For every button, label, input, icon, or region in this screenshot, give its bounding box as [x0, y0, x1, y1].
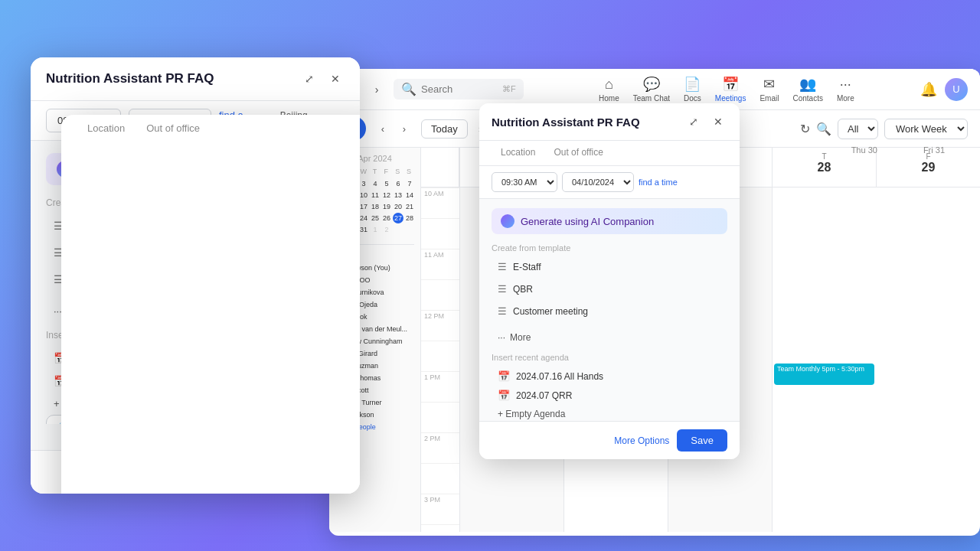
- mini-day-12[interactable]: 12: [381, 190, 392, 201]
- search-input[interactable]: [421, 83, 498, 95]
- nav-contacts[interactable]: 👥 Contacts: [792, 76, 822, 103]
- mini-day-6[interactable]: 6: [393, 178, 403, 189]
- front-close-button[interactable]: ✕: [326, 70, 345, 88]
- thu-30-header: Thu 30: [828, 145, 900, 155]
- mini-day-f: F: [381, 168, 391, 175]
- bg-template-more[interactable]: ··· More: [492, 328, 727, 347]
- bg-agenda-qrr[interactable]: 📅 2024.07 QRR: [492, 386, 727, 405]
- docs-icon: 📄: [684, 76, 701, 93]
- team-chat-icon: 💬: [643, 76, 660, 93]
- bg-time-row: 09:30 AM 04/10/2024 find a time: [479, 166, 740, 199]
- search-bar[interactable]: 🔍 ⌘F: [394, 79, 524, 99]
- mini-day-21[interactable]: 21: [404, 201, 415, 212]
- bg-qrr-icon: 📅: [498, 390, 510, 401]
- fri-31-header: Fri 31: [900, 145, 968, 155]
- mini-day-31[interactable]: 31: [358, 224, 369, 235]
- today-button[interactable]: Today: [421, 119, 468, 139]
- view-controls: ↻ 🔍 All Work Week: [800, 119, 968, 139]
- front-tab-oof[interactable]: Out of office: [136, 115, 211, 494]
- nav-email-label: Email: [760, 94, 779, 103]
- bg-customer-icon: ☰: [498, 305, 507, 317]
- front-modal-actions: ⤢ ✕: [300, 70, 345, 88]
- month-nav: ‹ ›: [374, 119, 413, 138]
- mini-day-n1[interactable]: 1: [370, 224, 381, 235]
- nav-home[interactable]: ⌂ Home: [599, 77, 619, 103]
- bg-save-button[interactable]: Save: [677, 429, 727, 452]
- mini-day-13[interactable]: 13: [393, 190, 403, 201]
- home-icon: ⌂: [605, 77, 613, 93]
- mini-day-20[interactable]: 20: [393, 201, 403, 212]
- prev-month-btn[interactable]: ‹: [374, 119, 392, 138]
- time-labels-col: 10 AM 11 AM 12 PM 1 PM 2 PM 3 PM 4 PM 5 …: [421, 187, 459, 532]
- forward-btn[interactable]: ›: [366, 79, 387, 100]
- mini-day-n2[interactable]: 2: [381, 224, 392, 235]
- mini-day-14[interactable]: 14: [404, 190, 415, 201]
- bg-tab-location[interactable]: Location: [492, 141, 544, 165]
- bg-more-options-button[interactable]: More Options: [614, 435, 669, 446]
- meetings-icon: 📅: [722, 76, 739, 93]
- search-icon: 🔍: [401, 82, 416, 96]
- nav-team-chat-label: Team Chat: [633, 94, 670, 103]
- bg-tab-oof[interactable]: Out of office: [544, 141, 612, 165]
- bg-time-select[interactable]: 09:30 AM: [492, 172, 557, 192]
- mini-day-19[interactable]: 19: [381, 201, 392, 212]
- bg-template-section-label: Create from template: [492, 243, 727, 253]
- bg-find-time-link[interactable]: find a time: [639, 178, 678, 187]
- mini-day-28[interactable]: 28: [404, 213, 415, 223]
- mini-day-10[interactable]: 10: [358, 190, 369, 201]
- nav-team-chat[interactable]: 💬 Team Chat: [633, 76, 670, 103]
- nav-meetings[interactable]: 📅 Meetings: [715, 76, 746, 103]
- view-select[interactable]: Work Week: [884, 119, 968, 139]
- email-icon: ✉: [763, 76, 775, 93]
- bg-ai-icon: [501, 214, 514, 228]
- bg-expand-button[interactable]: ⤢: [684, 112, 703, 131]
- bg-qbr-icon: ☰: [498, 283, 507, 295]
- mini-day-27[interactable]: 27: [393, 213, 403, 223]
- refresh-icon[interactable]: ↻: [800, 122, 810, 136]
- mini-day-th: T: [370, 168, 381, 175]
- bg-modal-footer: More Options Save: [479, 421, 740, 459]
- bg-modal-tabs: Location Out of office: [479, 141, 740, 166]
- nav-more[interactable]: ··· More: [837, 77, 854, 103]
- bg-date-select[interactable]: 04/10/2024: [562, 172, 634, 192]
- nav-email[interactable]: ✉ Email: [760, 76, 779, 103]
- mini-day-su: S: [403, 168, 414, 175]
- mini-day-7[interactable]: 7: [404, 178, 415, 189]
- bg-template-estaff[interactable]: ☰ E-Staff: [492, 257, 727, 276]
- nav-docs-label: Docs: [684, 94, 701, 103]
- mini-day-18[interactable]: 18: [370, 201, 381, 212]
- more-icon: ···: [840, 77, 851, 93]
- toolbar-right: 🔔 U: [920, 78, 968, 101]
- bg-more-label: More: [510, 332, 531, 343]
- nav-meetings-label: Meetings: [715, 94, 746, 103]
- mini-day-11[interactable]: 11: [370, 190, 381, 201]
- nav-docs[interactable]: 📄 Docs: [684, 76, 701, 103]
- user-avatar[interactable]: U: [945, 78, 968, 101]
- filter-select[interactable]: All: [838, 119, 878, 139]
- next-month-btn[interactable]: ›: [395, 119, 413, 138]
- bg-modal-body: Generate using AI Companion Create from …: [479, 199, 740, 459]
- mini-day-24[interactable]: 24: [358, 213, 369, 223]
- bg-template-list: ☰ E-Staff ☰ QBR ☰ Customer meeting: [492, 257, 727, 321]
- bg-modal-header: Nutrition Assistant PR FAQ ⤢ ✕: [479, 103, 740, 141]
- front-tab-location[interactable]: Location: [77, 115, 136, 494]
- front-expand-button[interactable]: ⤢: [300, 70, 318, 88]
- bg-template-qbr[interactable]: ☰ QBR: [492, 279, 727, 298]
- mini-day-17[interactable]: 17: [358, 201, 369, 212]
- mini-day-26[interactable]: 26: [381, 213, 392, 223]
- bg-ai-companion-label: Generate using AI Companion: [521, 216, 654, 227]
- mini-day-25[interactable]: 25: [370, 213, 381, 223]
- bg-agenda-allhands[interactable]: 📅 2024.07.16 All Hands: [492, 367, 727, 386]
- cal-search-icon[interactable]: 🔍: [816, 122, 831, 136]
- bell-icon[interactable]: 🔔: [920, 81, 937, 98]
- mini-day-3[interactable]: 3: [358, 178, 369, 189]
- bg-allhands-icon: 📅: [498, 370, 510, 382]
- bg-more-icon: ···: [498, 332, 505, 343]
- event-team-monthly[interactable]: Team Monthly 5pm - 5:30pm: [774, 364, 874, 385]
- bg-modal-actions: ⤢ ✕: [684, 112, 727, 131]
- bg-ai-companion-button[interactable]: Generate using AI Companion: [492, 208, 727, 234]
- mini-day-4[interactable]: 4: [370, 178, 381, 189]
- bg-close-button[interactable]: ✕: [709, 112, 727, 131]
- mini-day-5[interactable]: 5: [381, 178, 392, 189]
- bg-template-customer[interactable]: ☰ Customer meeting: [492, 302, 727, 321]
